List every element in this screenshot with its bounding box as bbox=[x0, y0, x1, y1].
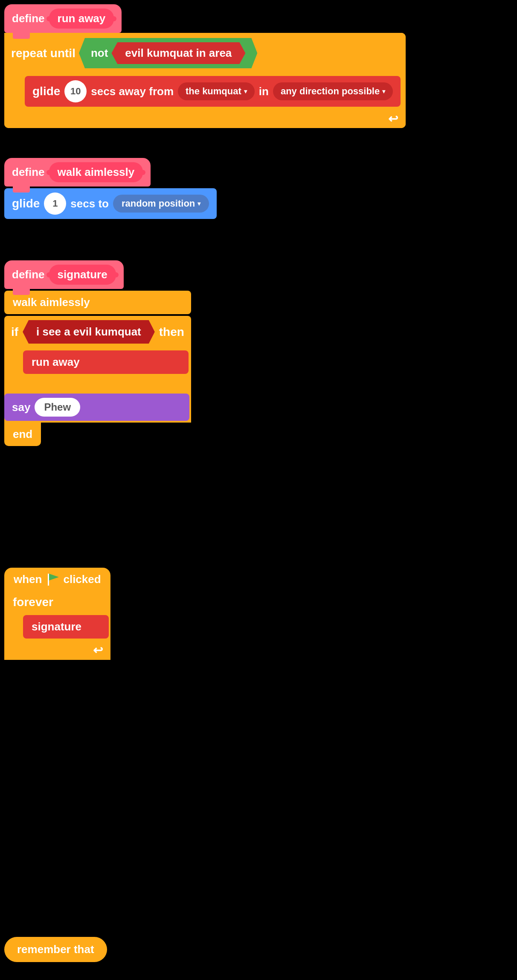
signature-call[interactable]: signature bbox=[23, 615, 109, 639]
when-label: when bbox=[14, 573, 42, 586]
svg-rect-0 bbox=[48, 574, 49, 586]
random-position-dropdown[interactable]: random position ▾ bbox=[113, 195, 209, 213]
group1-run-away: define run away repeat until not evil ku… bbox=[4, 4, 406, 128]
evil-kumquat-label: evil kumquat in area bbox=[125, 47, 232, 60]
not-label: not bbox=[91, 47, 108, 60]
when-clicked-block[interactable]: when clicked bbox=[4, 568, 110, 591]
glide-secs-oval-2[interactable]: 1 bbox=[44, 192, 66, 215]
forever-wrapper: forever signature ↩ bbox=[4, 591, 110, 660]
define-signature-block[interactable]: define signature bbox=[4, 260, 124, 289]
dropdown-arrow-3: ▾ bbox=[198, 200, 200, 207]
direction-dropdown[interactable]: any direction possible ▾ bbox=[273, 82, 393, 100]
if-body: run away bbox=[4, 348, 191, 376]
remember-that-block[interactable]: remember that bbox=[4, 937, 107, 962]
forever-label-row[interactable]: forever bbox=[4, 591, 110, 613]
evil-kumquat-hexagon[interactable]: evil kumquat in area bbox=[111, 42, 245, 64]
run-away-call[interactable]: run away bbox=[23, 350, 189, 374]
define-label-2: define bbox=[12, 166, 45, 179]
define-label: define bbox=[12, 12, 45, 25]
signature-pill[interactable]: signature bbox=[49, 265, 116, 285]
define-name-pill[interactable]: run away bbox=[49, 9, 114, 29]
glide-secs-oval[interactable]: 10 bbox=[64, 80, 87, 102]
secs-away-label: secs away from bbox=[91, 85, 174, 98]
end-block[interactable]: end bbox=[4, 423, 41, 446]
walk-aimlessly-pill[interactable]: walk aimlessly bbox=[49, 162, 143, 182]
evil-condition-hexagon[interactable]: i see a evil kumquat bbox=[23, 320, 155, 344]
flag-icon bbox=[46, 574, 59, 586]
forever-loop-arrow: ↩ bbox=[93, 643, 103, 657]
dropdown-arrow-2: ▾ bbox=[382, 88, 385, 95]
repeat-body: glide 10 secs away from the kumquat ▾ in… bbox=[4, 73, 406, 109]
define-label-3: define bbox=[12, 268, 45, 281]
glide-blue-block[interactable]: glide 1 secs to random position ▾ bbox=[4, 188, 217, 219]
phew-oval[interactable]: Phew bbox=[35, 398, 80, 417]
walk-aimlessly-name: walk aimlessly bbox=[58, 166, 135, 178]
repeat-bottom-bar: ↩ bbox=[4, 109, 406, 128]
walk-aimlessly-call[interactable]: walk aimlessly bbox=[4, 291, 191, 314]
define-walk-aimlessly-block[interactable]: define walk aimlessly bbox=[4, 158, 151, 187]
signature-name: signature bbox=[58, 268, 107, 281]
say-label: say bbox=[12, 401, 30, 414]
repeat-until-block[interactable]: repeat until not evil kumquat in area bbox=[4, 33, 406, 73]
if-label: if bbox=[11, 325, 18, 339]
kumquat-dropdown[interactable]: the kumquat ▾ bbox=[178, 82, 255, 100]
repeat-label: repeat until bbox=[11, 47, 76, 60]
if-spacer bbox=[4, 376, 191, 392]
say-block[interactable]: say Phew bbox=[4, 394, 189, 421]
group5-remember: remember that bbox=[4, 937, 107, 962]
forever-body: signature bbox=[4, 613, 110, 640]
not-hexagon[interactable]: not evil kumquat in area bbox=[79, 38, 257, 68]
svg-marker-1 bbox=[49, 574, 59, 580]
secs-to-label: secs to bbox=[70, 197, 109, 210]
define-name: run away bbox=[58, 12, 106, 25]
if-block-header[interactable]: if i see a evil kumquat then bbox=[4, 316, 191, 348]
loop-arrow: ↩ bbox=[388, 112, 398, 126]
then-label: then bbox=[159, 325, 184, 339]
group3-signature: define signature walk aimlessly if i see… bbox=[4, 260, 191, 446]
group2-walk-aimlessly: define walk aimlessly glide 1 secs to ra… bbox=[4, 158, 217, 219]
glide-label-2: glide bbox=[12, 197, 40, 210]
in-label: in bbox=[259, 85, 269, 98]
clicked-label: clicked bbox=[63, 573, 101, 586]
glide-red-block[interactable]: glide 10 secs away from the kumquat ▾ in… bbox=[25, 76, 401, 107]
glide-label-1: glide bbox=[32, 85, 60, 98]
group4-when-clicked: when clicked forever signature ↩ bbox=[4, 568, 110, 660]
forever-bottom-bar: ↩ bbox=[4, 640, 110, 660]
define-run-away-block[interactable]: define run away bbox=[4, 4, 122, 33]
say-phew-wrapper: say Phew bbox=[4, 392, 191, 423]
dropdown-arrow-1: ▾ bbox=[244, 88, 247, 95]
